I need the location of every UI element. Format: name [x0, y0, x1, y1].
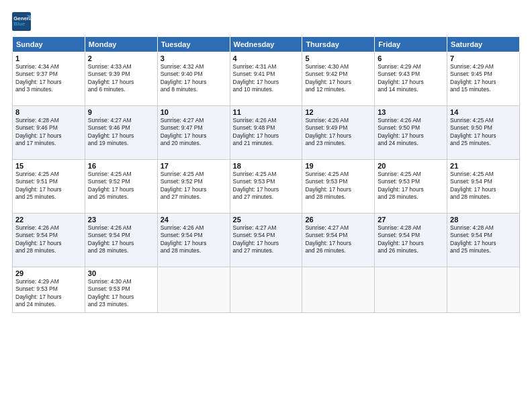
day-info: Sunrise: 4:26 AMSunset: 9:54 PMDaylight:… [161, 224, 227, 255]
calendar-cell: 23Sunrise: 4:26 AMSunset: 9:54 PMDayligh… [85, 214, 157, 267]
day-number: 12 [305, 108, 371, 116]
calendar-cell: 5Sunrise: 4:30 AMSunset: 9:42 PMDaylight… [302, 52, 375, 106]
day-info: Sunrise: 4:25 AMSunset: 9:54 PMDaylight:… [450, 171, 517, 201]
day-number: 13 [378, 108, 444, 116]
calendar-cell: 24Sunrise: 4:26 AMSunset: 9:54 PMDayligh… [157, 214, 230, 267]
day-number: 25 [233, 216, 300, 224]
day-info: Sunrise: 4:32 AMSunset: 9:40 PMDaylight:… [161, 63, 227, 94]
calendar-cell: 1Sunrise: 4:34 AMSunset: 9:37 PMDaylight… [13, 52, 85, 106]
day-number: 3 [161, 54, 227, 62]
weekday-header-monday: Monday [85, 37, 157, 52]
day-number: 1 [15, 54, 82, 62]
day-info: Sunrise: 4:34 AMSunset: 9:37 PMDaylight:… [15, 63, 82, 94]
calendar-cell: 10Sunrise: 4:27 AMSunset: 9:47 PMDayligh… [157, 106, 230, 160]
calendar-cell: 27Sunrise: 4:28 AMSunset: 9:54 PMDayligh… [375, 214, 447, 267]
calendar-cell: 29Sunrise: 4:29 AMSunset: 9:53 PMDayligh… [13, 267, 85, 313]
calendar-cell: 19Sunrise: 4:25 AMSunset: 9:53 PMDayligh… [302, 160, 375, 214]
day-info: Sunrise: 4:30 AMSunset: 9:53 PMDaylight:… [88, 278, 154, 309]
calendar-cell: 8Sunrise: 4:28 AMSunset: 9:46 PMDaylight… [13, 106, 85, 160]
day-number: 8 [15, 108, 82, 116]
day-number: 24 [161, 216, 227, 224]
day-info: Sunrise: 4:25 AMSunset: 9:50 PMDaylight:… [450, 117, 517, 148]
day-info: Sunrise: 4:25 AMSunset: 9:52 PMDaylight:… [161, 171, 227, 201]
day-info: Sunrise: 4:28 AMSunset: 9:46 PMDaylight:… [15, 117, 82, 148]
calendar-cell: 15Sunrise: 4:25 AMSunset: 9:51 PMDayligh… [13, 160, 85, 214]
day-info: Sunrise: 4:31 AMSunset: 9:41 PMDaylight:… [233, 63, 300, 94]
calendar-cell: 11Sunrise: 4:26 AMSunset: 9:48 PMDayligh… [230, 106, 302, 160]
calendar-cell: 26Sunrise: 4:27 AMSunset: 9:54 PMDayligh… [302, 214, 375, 267]
day-number: 23 [88, 216, 154, 224]
day-info: Sunrise: 4:29 AMSunset: 9:43 PMDaylight:… [378, 63, 444, 94]
day-info: Sunrise: 4:26 AMSunset: 9:54 PMDaylight:… [15, 224, 82, 255]
day-number: 22 [15, 216, 82, 224]
day-number: 21 [450, 162, 517, 170]
day-info: Sunrise: 4:28 AMSunset: 9:54 PMDaylight:… [450, 224, 517, 255]
calendar-cell: 7Sunrise: 4:29 AMSunset: 9:45 PMDaylight… [447, 52, 520, 106]
day-info: Sunrise: 4:27 AMSunset: 9:54 PMDaylight:… [233, 224, 300, 255]
weekday-header-saturday: Saturday [447, 37, 520, 52]
day-info: Sunrise: 4:26 AMSunset: 9:54 PMDaylight:… [88, 224, 154, 255]
weekday-header-friday: Friday [375, 37, 447, 52]
calendar-cell: 16Sunrise: 4:25 AMSunset: 9:52 PMDayligh… [85, 160, 157, 214]
day-number: 2 [88, 54, 154, 62]
calendar-cell: 18Sunrise: 4:25 AMSunset: 9:53 PMDayligh… [230, 160, 302, 214]
calendar-cell [302, 267, 375, 313]
day-number: 11 [233, 108, 300, 116]
calendar-cell: 20Sunrise: 4:25 AMSunset: 9:53 PMDayligh… [375, 160, 447, 214]
day-info: Sunrise: 4:27 AMSunset: 9:46 PMDaylight:… [88, 117, 154, 148]
calendar-cell: 6Sunrise: 4:29 AMSunset: 9:43 PMDaylight… [375, 52, 447, 106]
calendar-cell: 2Sunrise: 4:33 AMSunset: 9:39 PMDaylight… [85, 52, 157, 106]
weekday-header-tuesday: Tuesday [157, 37, 230, 52]
day-info: Sunrise: 4:29 AMSunset: 9:53 PMDaylight:… [15, 278, 82, 309]
day-info: Sunrise: 4:25 AMSunset: 9:52 PMDaylight:… [88, 171, 154, 201]
calendar-cell: 21Sunrise: 4:25 AMSunset: 9:54 PMDayligh… [447, 160, 520, 214]
calendar-cell: 13Sunrise: 4:26 AMSunset: 9:50 PMDayligh… [375, 106, 447, 160]
day-info: Sunrise: 4:27 AMSunset: 9:47 PMDaylight:… [161, 117, 227, 148]
svg-text:Blue: Blue [13, 21, 26, 27]
day-info: Sunrise: 4:25 AMSunset: 9:53 PMDaylight:… [305, 171, 371, 201]
day-number: 16 [88, 162, 154, 170]
calendar-cell [375, 267, 447, 313]
day-number: 7 [450, 54, 517, 62]
day-number: 20 [378, 162, 444, 170]
logo: General Blue [12, 12, 34, 31]
calendar-cell: 17Sunrise: 4:25 AMSunset: 9:52 PMDayligh… [157, 160, 230, 214]
calendar-cell [447, 267, 520, 313]
calendar-cell: 22Sunrise: 4:26 AMSunset: 9:54 PMDayligh… [13, 214, 85, 267]
day-info: Sunrise: 4:30 AMSunset: 9:42 PMDaylight:… [305, 63, 371, 94]
day-info: Sunrise: 4:33 AMSunset: 9:39 PMDaylight:… [88, 63, 154, 94]
calendar-cell: 30Sunrise: 4:30 AMSunset: 9:53 PMDayligh… [85, 267, 157, 313]
day-number: 9 [88, 108, 154, 116]
calendar-cell: 14Sunrise: 4:25 AMSunset: 9:50 PMDayligh… [447, 106, 520, 160]
day-number: 27 [378, 216, 444, 224]
day-info: Sunrise: 4:26 AMSunset: 9:50 PMDaylight:… [378, 117, 444, 148]
day-number: 26 [305, 216, 371, 224]
day-number: 28 [450, 216, 517, 224]
calendar: SundayMondayTuesdayWednesdayThursdayFrid… [12, 36, 520, 313]
calendar-cell: 28Sunrise: 4:28 AMSunset: 9:54 PMDayligh… [447, 214, 520, 267]
day-info: Sunrise: 4:25 AMSunset: 9:51 PMDaylight:… [15, 171, 82, 201]
calendar-cell: 25Sunrise: 4:27 AMSunset: 9:54 PMDayligh… [230, 214, 302, 267]
day-number: 5 [305, 54, 371, 62]
day-info: Sunrise: 4:27 AMSunset: 9:54 PMDaylight:… [305, 224, 371, 255]
day-info: Sunrise: 4:25 AMSunset: 9:53 PMDaylight:… [378, 171, 444, 201]
weekday-header-sunday: Sunday [13, 37, 85, 52]
day-info: Sunrise: 4:25 AMSunset: 9:53 PMDaylight:… [233, 171, 300, 201]
day-number: 17 [161, 162, 227, 170]
day-number: 29 [15, 269, 82, 277]
calendar-cell: 3Sunrise: 4:32 AMSunset: 9:40 PMDaylight… [157, 52, 230, 106]
calendar-cell: 4Sunrise: 4:31 AMSunset: 9:41 PMDaylight… [230, 52, 302, 106]
logo-icon: General Blue [12, 12, 31, 31]
day-number: 10 [161, 108, 227, 116]
calendar-cell: 9Sunrise: 4:27 AMSunset: 9:46 PMDaylight… [85, 106, 157, 160]
weekday-header-wednesday: Wednesday [230, 37, 302, 52]
day-number: 15 [15, 162, 82, 170]
weekday-header-thursday: Thursday [302, 37, 375, 52]
day-number: 14 [450, 108, 517, 116]
day-number: 18 [233, 162, 300, 170]
day-info: Sunrise: 4:26 AMSunset: 9:49 PMDaylight:… [305, 117, 371, 148]
day-info: Sunrise: 4:28 AMSunset: 9:54 PMDaylight:… [378, 224, 444, 255]
day-number: 4 [233, 54, 300, 62]
day-number: 19 [305, 162, 371, 170]
day-number: 30 [88, 269, 154, 277]
